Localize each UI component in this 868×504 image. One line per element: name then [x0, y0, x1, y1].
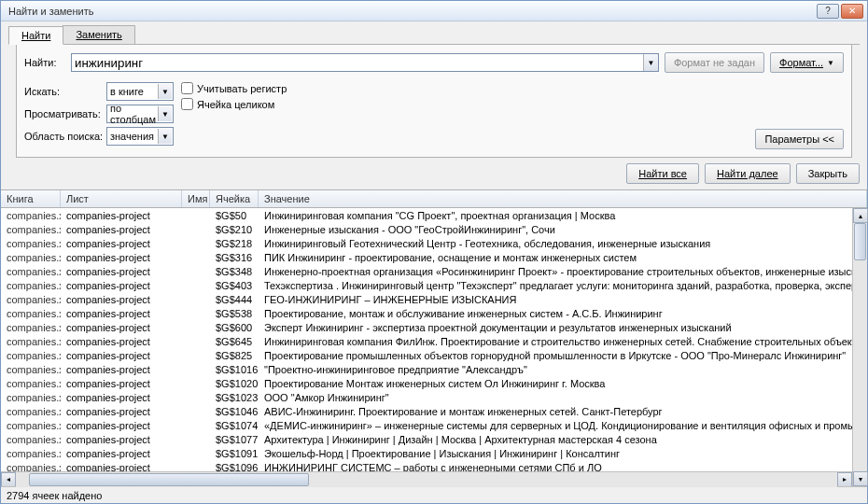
vertical-scrollbar[interactable]: ▴ ▾ [852, 208, 867, 486]
close-window-button[interactable]: ✕ [841, 4, 863, 19]
match-case-label: Учитывать регистр [197, 83, 287, 94]
find-next-button[interactable]: Найти далее [705, 163, 791, 184]
match-case-checkbox[interactable] [181, 82, 193, 94]
parameters-button[interactable]: Параметры << [755, 129, 844, 149]
format-button[interactable]: Формат...▼ [770, 52, 844, 73]
table-row[interactable]: companies.xlsxcompanies-project$G$1020Пр… [1, 376, 852, 390]
table-row[interactable]: companies.xlsxcompanies-project$G$50Инжи… [1, 208, 852, 222]
tab-replace[interactable]: Заменить [63, 25, 134, 44]
column-name[interactable]: Имя [182, 190, 210, 207]
table-row[interactable]: companies.xlsxcompanies-project$G$210Инж… [1, 222, 852, 236]
close-button[interactable]: Закрыть [796, 163, 860, 184]
vscroll-thumb[interactable] [854, 223, 866, 260]
status-bar: 2794 ячеек найдено [1, 486, 867, 503]
column-book[interactable]: Книга [1, 190, 61, 207]
table-row[interactable]: companies.xlsxcompanies-project$G$444ГЕО… [1, 292, 852, 306]
table-row[interactable]: companies.xlsxcompanies-project$G$1016"П… [1, 362, 852, 376]
table-row[interactable]: companies.xlsxcompanies-project$G$1023ОО… [1, 390, 852, 404]
scope-select[interactable]: значения▼ [106, 127, 174, 146]
horizontal-scrollbar[interactable]: ◂ ▸ [1, 471, 852, 486]
column-sheet[interactable]: Лист [61, 190, 182, 207]
find-replace-dialog: Найти и заменить ? ✕ Найти Заменить Найт… [0, 0, 868, 504]
column-cell[interactable]: Ячейка [210, 190, 259, 207]
table-row[interactable]: companies.xlsxcompanies-project$G$403Тех… [1, 278, 852, 292]
scroll-down-icon[interactable]: ▾ [853, 471, 868, 486]
table-row[interactable]: companies.xlsxcompanies-project$G$1074«Д… [1, 418, 852, 432]
whole-cell-checkbox[interactable] [181, 98, 193, 110]
scroll-right-icon[interactable]: ▸ [837, 472, 852, 487]
table-row[interactable]: companies.xlsxcompanies-project$G$538Про… [1, 306, 852, 320]
table-row[interactable]: companies.xlsxcompanies-project$G$218Инж… [1, 236, 852, 250]
table-row[interactable]: companies.xlsxcompanies-project$G$1091Эк… [1, 446, 852, 460]
search-in-select[interactable]: в книге▼ [106, 82, 174, 101]
scroll-up-icon[interactable]: ▴ [853, 208, 868, 223]
find-label: Найти: [24, 57, 71, 68]
table-row[interactable]: companies.xlsxcompanies-project$G$645Инж… [1, 334, 852, 348]
table-row[interactable]: companies.xlsxcompanies-project$G$316ПИК… [1, 250, 852, 264]
results-table[interactable]: companies.xlsxcompanies-project$G$50Инжи… [1, 208, 852, 471]
titlebar[interactable]: Найти и заменить ? ✕ [1, 1, 867, 21]
table-row[interactable]: companies.xlsxcompanies-project$G$1096ИН… [1, 460, 852, 471]
table-row[interactable]: companies.xlsxcompanies-project$G$1046АВ… [1, 404, 852, 418]
direction-label: Просматривать: [24, 108, 106, 119]
table-row[interactable]: companies.xlsxcompanies-project$G$1077Ар… [1, 432, 852, 446]
whole-cell-label: Ячейка целиком [197, 99, 274, 110]
format-preview: Формат не задан [665, 52, 764, 73]
table-row[interactable]: companies.xlsxcompanies-project$G$600Экс… [1, 320, 852, 334]
table-row[interactable]: companies.xlsxcompanies-project$G$825Про… [1, 348, 852, 362]
window-title: Найти и заменить [5, 6, 817, 17]
results-header: Книга Лист Имя Ячейка Значение [1, 189, 867, 208]
column-value[interactable]: Значение [259, 190, 867, 207]
scope-label: Область поиска: [24, 131, 106, 142]
direction-select[interactable]: по столбцам▼ [106, 105, 174, 123]
hscroll-thumb[interactable] [29, 473, 309, 486]
find-input[interactable] [71, 53, 659, 72]
tab-find[interactable]: Найти [8, 26, 63, 45]
find-all-button[interactable]: Найти все [626, 163, 699, 184]
tabs: Найти Заменить [8, 25, 860, 45]
table-row[interactable]: companies.xlsxcompanies-project$G$348Инж… [1, 264, 852, 278]
scroll-left-icon[interactable]: ◂ [1, 472, 16, 487]
chevron-down-icon[interactable]: ▼ [643, 54, 658, 71]
help-button[interactable]: ? [817, 4, 839, 19]
search-in-label: Искать: [24, 86, 106, 97]
